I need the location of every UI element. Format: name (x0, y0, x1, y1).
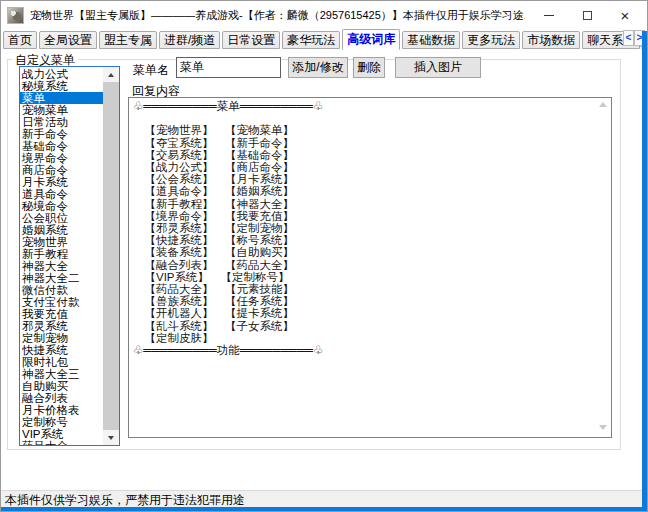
tab-home[interactable]: 首页 (3, 31, 37, 49)
list-item[interactable]: 月卡价格表 (20, 404, 103, 416)
list-item[interactable]: 自助购买 (20, 380, 103, 392)
list-item[interactable]: 婚姻系统 (20, 224, 103, 236)
list-item-selected[interactable]: 菜单 (20, 92, 103, 104)
app-icon (7, 7, 24, 24)
add-modify-button[interactable]: 添加/修改 (288, 57, 348, 78)
list-item[interactable]: 限时礼包 (20, 356, 103, 368)
list-item[interactable]: 宠物菜单 (20, 104, 103, 116)
tab-owner-exclusive[interactable]: 盟主专属 (99, 31, 157, 49)
tab-more-features[interactable]: 更多玩法 (462, 31, 520, 49)
list-item[interactable]: 定制宠物 (20, 332, 103, 344)
titlebar: 宠物世界【盟主专属版】————养成游戏-【作者：麟微（2957615425）】本… (1, 1, 648, 29)
list-item[interactable]: 秘境命令 (20, 200, 103, 212)
menu-listbox[interactable]: 战力公式 秘境系统 菜单 宠物菜单 日常活动 新手命令 基础命令 境界命令 商店… (19, 66, 120, 446)
tab-base-data[interactable]: 基础数据 (402, 31, 460, 49)
window-title: 宠物世界【盟主专属版】————养成游戏-【作者：麟微（2957615425）】本… (30, 8, 525, 23)
list-item[interactable]: 支付宝付款 (20, 296, 103, 308)
close-icon: × (621, 8, 630, 23)
list-item[interactable]: 定制称号 (20, 416, 103, 428)
list-item[interactable]: 药品大全 (20, 440, 103, 446)
list-item[interactable]: 公会职位 (20, 212, 103, 224)
list-item[interactable]: 商店命令 (20, 164, 103, 176)
list-item[interactable]: 日常活动 (20, 116, 103, 128)
list-item[interactable]: 秘境系统 (20, 80, 103, 92)
textarea-scroll-down-icon[interactable] (599, 425, 607, 430)
scrollbar-thumb[interactable] (103, 82, 119, 430)
minimize-icon (544, 15, 554, 16)
list-item[interactable]: 我要充值 (20, 308, 103, 320)
maximize-icon (583, 11, 592, 20)
app-window: 宠物世界【盟主专属版】————养成游戏-【作者：麟微（2957615425）】本… (0, 0, 648, 512)
tab-luxury-features[interactable]: 豪华玩法 (282, 31, 340, 49)
list-item[interactable]: 新手教程 (20, 248, 103, 260)
list-item[interactable]: 新手命令 (20, 128, 103, 140)
tab-bar: 首页 全局设置 盟主专属 进群/频道 日常设置 豪华玩法 高级词库 基础数据 更… (1, 29, 648, 50)
list-item[interactable]: VIP系统 (20, 428, 103, 440)
tab-advanced-lexicon-selected[interactable]: 高级词库 (342, 29, 400, 50)
tab-global-settings[interactable]: 全局设置 (39, 31, 97, 49)
list-item[interactable]: 战力公式 (20, 68, 103, 80)
insert-image-button[interactable]: 插入图片 (395, 57, 481, 78)
list-item[interactable]: 宠物世界 (20, 236, 103, 248)
tab-daily-settings[interactable]: 日常设置 (222, 31, 280, 49)
menu-list: 战力公式 秘境系统 菜单 宠物菜单 日常活动 新手命令 基础命令 境界命令 商店… (20, 68, 103, 446)
maximize-button[interactable] (568, 1, 606, 29)
textarea-scroll-up-icon[interactable] (599, 102, 607, 107)
scrollbar-up-arrow-icon[interactable] (103, 67, 119, 82)
minimize-button[interactable] (530, 1, 568, 29)
tab-market-data[interactable]: 市场数据 (522, 31, 580, 49)
window-controls: × (530, 1, 644, 29)
window-edge-bottom (1, 507, 648, 511)
tab-group-channel[interactable]: 进群/频道 (159, 31, 220, 49)
tab-scroll-left-icon[interactable]: < (623, 30, 634, 46)
list-item[interactable]: 邪灵系统 (20, 320, 103, 332)
menu-name-input[interactable] (176, 57, 281, 78)
list-item[interactable]: 快捷系统 (20, 344, 103, 356)
delete-button[interactable]: 删除 (353, 57, 385, 78)
list-item[interactable]: 融合列表 (20, 392, 103, 404)
list-item[interactable]: 月卡系统 (20, 176, 103, 188)
list-item[interactable]: 神器大全三 (20, 368, 103, 380)
list-item[interactable]: 道具命令 (20, 188, 103, 200)
close-button[interactable]: × (606, 1, 644, 29)
scrollbar-down-arrow-icon[interactable] (103, 430, 119, 445)
listbox-scrollbar[interactable] (103, 67, 119, 445)
list-item[interactable]: 神器大全 (20, 260, 103, 272)
menu-name-label: 菜单名 (133, 62, 169, 79)
reply-content-textarea[interactable]: ♧═════════菜单═════════♧ 【宠物世界】 【宠物菜单】 【夺宝… (128, 97, 612, 438)
list-item[interactable]: 基础命令 (20, 140, 103, 152)
list-item[interactable]: 神器大全二 (20, 272, 103, 284)
list-item[interactable]: 境界命令 (20, 152, 103, 164)
window-edge-right (642, 31, 647, 512)
list-item[interactable]: 微信付款 (20, 284, 103, 296)
